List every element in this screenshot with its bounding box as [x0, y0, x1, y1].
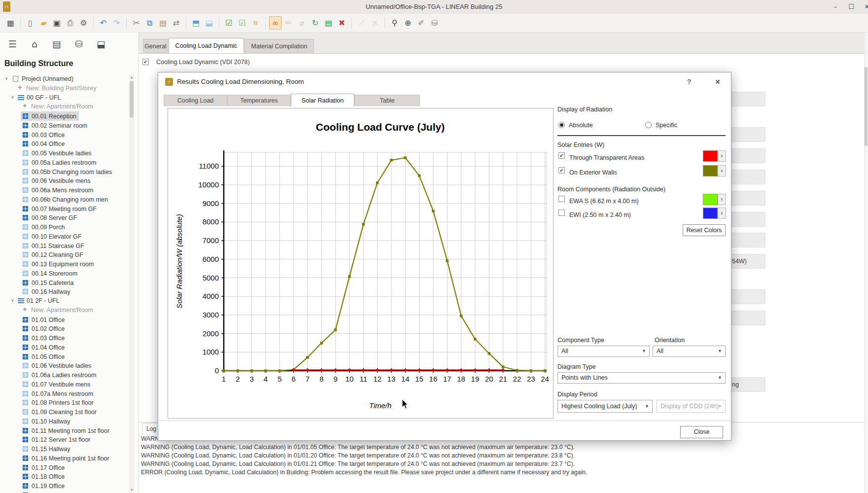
tree-item-room[interactable]: 01.05 Office: [0, 352, 129, 361]
document-check-alt-icon[interactable]: ☑: [236, 16, 248, 30]
grid-menu-icon[interactable]: ▦: [4, 16, 17, 30]
tree-item-room[interactable]: 00.16 Hallway: [0, 287, 129, 296]
on-exterior-walls-color-dropdown[interactable]: ∨: [718, 165, 726, 176]
color-picker-icon[interactable]: ✐: [415, 16, 427, 30]
tree-item-new2[interactable]: ✚New: Apartment/Room: [0, 102, 129, 111]
dialog-tab-cooling-load[interactable]: Cooling Load: [164, 95, 227, 106]
close-button[interactable]: ✕: [860, 0, 868, 14]
cut-icon[interactable]: ✂: [130, 16, 142, 30]
database-stack-icon[interactable]: ⛁: [70, 35, 87, 52]
monitor-icon[interactable]: ⬓: [93, 35, 109, 52]
tree-item-room[interactable]: 00.05 Vestibule ladies: [0, 148, 129, 158]
menu-icon[interactable]: ☰: [4, 35, 21, 52]
tree-item-room[interactable]: 01.10 Hallway: [0, 417, 129, 426]
chevron-down-icon[interactable]: ∨: [5, 76, 8, 81]
through-transparent-areas-color-dropdown[interactable]: ∨: [718, 150, 726, 162]
tree-item-room[interactable]: 00.13 Equipment room: [0, 259, 129, 269]
content-scrollbar[interactable]: [864, 33, 868, 493]
refresh-icon[interactable]: ↻: [309, 16, 321, 30]
minimize-button[interactable]: –: [828, 0, 843, 14]
dialog-close-button[interactable]: Close: [680, 426, 723, 438]
paste-icon[interactable]: ▤: [157, 16, 169, 30]
chevron-down-icon[interactable]: ∨: [11, 298, 14, 303]
building-icon[interactable]: ⌂: [26, 35, 43, 52]
tree-item-room[interactable]: 00.07 Meeting room GF: [0, 204, 129, 213]
tree-item-room[interactable]: 01.01 Office: [0, 315, 129, 324]
tree-item-room[interactable]: 00.09 Porch: [0, 222, 129, 232]
tree-item-storey[interactable]: ∨00 GF - UFL: [0, 93, 129, 103]
cooling-load-dynamic-checkbox[interactable]: ✔: [142, 59, 149, 65]
tree-item-room[interactable]: 01.16 Meeting point 1st floor: [0, 454, 129, 463]
report-list-icon[interactable]: ▤: [48, 35, 65, 52]
dialog-help-button[interactable]: ?: [682, 75, 696, 88]
sync-icon[interactable]: ⇄: [170, 16, 182, 30]
tree-item-project[interactable]: ∨Project (Unnamed): [0, 74, 129, 84]
tree-item-room[interactable]: 01.11 Meeting room 1st floor: [0, 426, 129, 435]
calculator-icon[interactable]: ⌗: [249, 16, 262, 30]
copy-icon[interactable]: ⧉: [143, 16, 156, 30]
on-exterior-walls-checkbox[interactable]: ✔: [558, 167, 565, 174]
tree-item-room[interactable]: 00.05a Ladies restroom: [0, 158, 129, 167]
new-document-icon[interactable]: ▯: [24, 16, 36, 30]
tree-item-new1[interactable]: ✚New: Building Part/Storey: [0, 84, 129, 93]
radio-absolute-label[interactable]: Absolute: [569, 122, 593, 129]
ewi-color-dropdown[interactable]: ∨: [718, 208, 726, 219]
radio-specific[interactable]: [645, 122, 652, 128]
diagram-type-dropdown[interactable]: Points with Lines▼: [557, 372, 726, 384]
document-check-icon[interactable]: ☑: [223, 16, 235, 30]
document-preview-icon[interactable]: ▤: [322, 16, 335, 30]
tree-item-room[interactable]: 01.04 Office: [0, 343, 129, 352]
tab-material-compilation[interactable]: Material Compilation: [244, 39, 314, 53]
dialog-tab-table[interactable]: Table: [354, 95, 420, 106]
tree-item-room[interactable]: 00.10 Elevator GF: [0, 232, 129, 241]
tree-item-room[interactable]: 00.12 Cleaning GF: [0, 250, 129, 259]
tree-item-room[interactable]: 01.17 Office: [0, 463, 129, 472]
open-folder-icon[interactable]: ▰: [37, 16, 50, 30]
display-period-dropdown[interactable]: Highest Cooling Load (July)▼: [557, 400, 653, 413]
settings-gear-icon[interactable]: ⚙: [77, 16, 90, 30]
zoom-icon[interactable]: ⚲: [388, 16, 401, 30]
document-remove-icon[interactable]: ✖: [336, 16, 348, 30]
ewa-s-color-swatch[interactable]: [703, 194, 718, 205]
save-icon[interactable]: ▣: [51, 16, 63, 30]
sidebar-scrollbar-thumb[interactable]: [130, 81, 134, 118]
tree-item-room[interactable]: 01.19 Office: [0, 481, 129, 491]
database-icon[interactable]: ⛁: [428, 16, 441, 30]
tree-item-room[interactable]: 00.04 Office: [0, 139, 129, 148]
chevron-down-icon[interactable]: ∨: [11, 95, 14, 100]
zoom-plus-icon[interactable]: ⊕: [402, 16, 414, 30]
print-icon[interactable]: ⎙: [64, 16, 76, 30]
dialog-tab-temperatures[interactable]: Temperatures: [227, 95, 291, 106]
tree-item-room[interactable]: 01.03 Office: [0, 333, 129, 343]
ewi-color-swatch[interactable]: [703, 208, 718, 219]
tree-item-room[interactable]: 00.01 Reception: [0, 111, 129, 121]
tree-item-room[interactable]: 00.03 Office: [0, 130, 129, 140]
tree-item-room[interactable]: 01.18 Office: [0, 472, 129, 481]
ewa-s-color-dropdown[interactable]: ∨: [718, 194, 726, 205]
scroll-down-icon[interactable]: ▼: [129, 487, 134, 493]
maximize-button[interactable]: ☐: [844, 0, 859, 14]
tree-item-room[interactable]: 00.14 Storeroom: [0, 269, 129, 278]
tree-item-room[interactable]: 00.08 Server GF: [0, 213, 129, 222]
link-icon[interactable]: ∞: [269, 16, 281, 30]
tree-item-room[interactable]: 00.06a Mens restroom: [0, 185, 129, 195]
tree-item-room[interactable]: 00.06b Changing room men: [0, 195, 129, 204]
redo-icon[interactable]: ↷: [110, 16, 123, 30]
tab-cooling-load-dynamic[interactable]: Cooling Load Dynamic: [169, 38, 244, 53]
ewi-checkbox[interactable]: [558, 210, 565, 216]
tree-item-room[interactable]: 00.15 Cafeteria: [0, 278, 129, 287]
tree-item-room[interactable]: 01.20 Office: [0, 491, 129, 493]
orientation-dropdown[interactable]: All▼: [653, 346, 726, 357]
tree-item-room[interactable]: 01.07 Vestibule mens: [0, 380, 129, 389]
window-previous-icon[interactable]: ⬒: [190, 16, 202, 30]
tree-item-room[interactable]: 01.06a Ladies restroom: [0, 370, 129, 380]
tree-item-room[interactable]: 00.06 Vestibule mens: [0, 176, 129, 185]
tree-item-room[interactable]: 00.11 Staircase GF: [0, 241, 129, 250]
tree-item-room[interactable]: 01.09 Cleaning 1st floor: [0, 407, 129, 417]
tree-item-room[interactable]: 00.02 Seminar room: [0, 121, 129, 130]
through-transparent-areas-checkbox[interactable]: ✔: [558, 152, 565, 159]
tree-item-room[interactable]: 01.08 Printers 1st floor: [0, 398, 129, 407]
window-next-icon[interactable]: ⬓: [203, 16, 215, 30]
radio-specific-label[interactable]: Specific: [656, 122, 677, 129]
tree-item-room[interactable]: 01.06 Vestibule ladies: [0, 361, 129, 370]
